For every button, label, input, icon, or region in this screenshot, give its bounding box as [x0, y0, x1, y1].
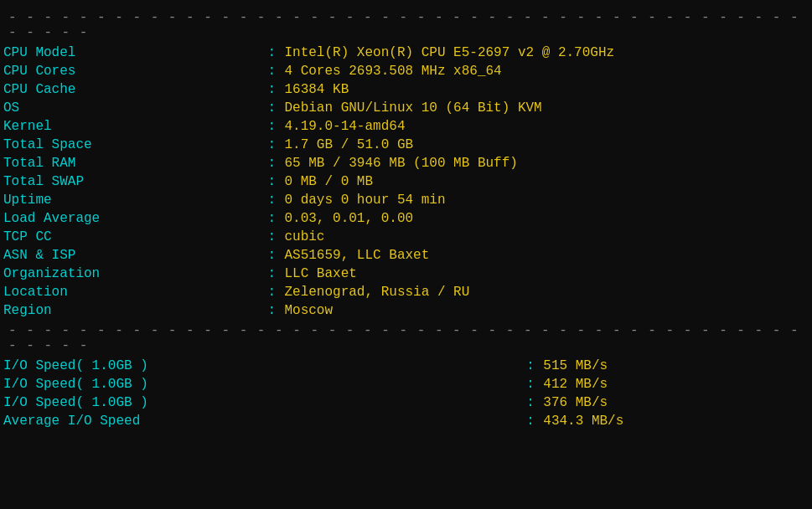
row-label: CPU Cache [0, 80, 264, 99]
row-value: Intel(R) Xeon(R) CPU E5-2697 v2 @ 2.70GH… [281, 44, 812, 62]
row-value: 0.03, 0.01, 0.00 [281, 209, 812, 228]
table-row: Total SWAP:0 MB / 0 MB [0, 172, 812, 191]
table-row: Total RAM:65 MB / 3946 MB (100 MB Buff) [0, 154, 812, 172]
io-speed-table: I/O Speed( 1.0GB ):515 MB/sI/O Speed( 1.… [0, 357, 812, 430]
table-row: Uptime:0 days 0 hour 54 min [0, 191, 812, 209]
row-label: Total RAM [0, 154, 264, 172]
row-value: 4 Cores 2693.508 MHz x86_64 [281, 62, 812, 80]
row-value: Moscow [281, 301, 812, 320]
row-value: AS51659, LLC Baxet [281, 246, 812, 265]
table-row: Organization:LLC Baxet [0, 265, 812, 283]
row-value: 16384 KB [281, 80, 812, 99]
table-row: Kernel:4.19.0-14-amd64 [0, 117, 812, 136]
row-colon: : [264, 265, 281, 283]
io-row-value: 515 MB/s [540, 357, 812, 375]
divider-mid: - - - - - - - - - - - - - - - - - - - - … [0, 320, 812, 357]
row-value: 4.19.0-14-amd64 [281, 117, 812, 136]
table-row: OS:Debian GNU/Linux 10 (64 Bit) KVM [0, 99, 812, 117]
io-row-colon: : [523, 375, 540, 393]
io-table-row: Average I/O Speed:434.3 MB/s [0, 412, 812, 430]
row-colon: : [264, 246, 281, 265]
row-label: Uptime [0, 191, 264, 209]
table-row: ASN & ISP:AS51659, LLC Baxet [0, 246, 812, 265]
io-row-value: 412 MB/s [540, 375, 812, 393]
row-value: LLC Baxet [281, 265, 812, 283]
row-colon: : [264, 301, 281, 320]
table-row: CPU Model:Intel(R) Xeon(R) CPU E5-2697 v… [0, 44, 812, 62]
system-info-table: CPU Model:Intel(R) Xeon(R) CPU E5-2697 v… [0, 44, 812, 320]
row-colon: : [264, 44, 281, 62]
row-colon: : [264, 117, 281, 136]
io-row-label: Average I/O Speed [0, 412, 523, 430]
io-row-label: I/O Speed( 1.0GB ) [0, 375, 523, 393]
row-value: 0 days 0 hour 54 min [281, 191, 812, 209]
row-label: ASN & ISP [0, 246, 264, 265]
row-colon: : [264, 62, 281, 80]
table-row: Total Space:1.7 GB / 51.0 GB [0, 136, 812, 154]
row-colon: : [264, 283, 281, 301]
row-colon: : [264, 154, 281, 172]
row-colon: : [264, 191, 281, 209]
row-colon: : [264, 136, 281, 154]
divider-top: - - - - - - - - - - - - - - - - - - - - … [0, 7, 812, 44]
row-label: Total SWAP [0, 172, 264, 191]
row-value: Debian GNU/Linux 10 (64 Bit) KVM [281, 99, 812, 117]
io-table-row: I/O Speed( 1.0GB ):515 MB/s [0, 357, 812, 375]
table-row: TCP CC:cubic [0, 228, 812, 246]
io-table-row: I/O Speed( 1.0GB ):412 MB/s [0, 375, 812, 393]
table-row: Location:Zelenograd, Russia / RU [0, 283, 812, 301]
io-row-value: 434.3 MB/s [540, 412, 812, 430]
row-label: Kernel [0, 117, 264, 136]
row-label: Total Space [0, 136, 264, 154]
row-value: 65 MB / 3946 MB (100 MB Buff) [281, 154, 812, 172]
io-row-label: I/O Speed( 1.0GB ) [0, 357, 523, 375]
table-row: CPU Cache:16384 KB [0, 80, 812, 99]
row-colon: : [264, 172, 281, 191]
row-value: 0 MB / 0 MB [281, 172, 812, 191]
row-label: CPU Model [0, 44, 264, 62]
row-label: CPU Cores [0, 62, 264, 80]
io-row-colon: : [523, 412, 540, 430]
row-colon: : [264, 209, 281, 228]
table-row: CPU Cores:4 Cores 2693.508 MHz x86_64 [0, 62, 812, 80]
row-label: Location [0, 283, 264, 301]
io-row-value: 376 MB/s [540, 393, 812, 412]
row-value: Zelenograd, Russia / RU [281, 283, 812, 301]
io-row-label: I/O Speed( 1.0GB ) [0, 393, 523, 412]
row-label: OS [0, 99, 264, 117]
row-value: 1.7 GB / 51.0 GB [281, 136, 812, 154]
row-colon: : [264, 80, 281, 99]
table-row: Region:Moscow [0, 301, 812, 320]
row-colon: : [264, 99, 281, 117]
row-label: Load Average [0, 209, 264, 228]
io-table-row: I/O Speed( 1.0GB ):376 MB/s [0, 393, 812, 412]
table-row: Load Average:0.03, 0.01, 0.00 [0, 209, 812, 228]
row-value: cubic [281, 228, 812, 246]
row-label: Region [0, 301, 264, 320]
io-row-colon: : [523, 393, 540, 412]
row-label: TCP CC [0, 228, 264, 246]
io-row-colon: : [523, 357, 540, 375]
row-label: Organization [0, 265, 264, 283]
row-colon: : [264, 228, 281, 246]
